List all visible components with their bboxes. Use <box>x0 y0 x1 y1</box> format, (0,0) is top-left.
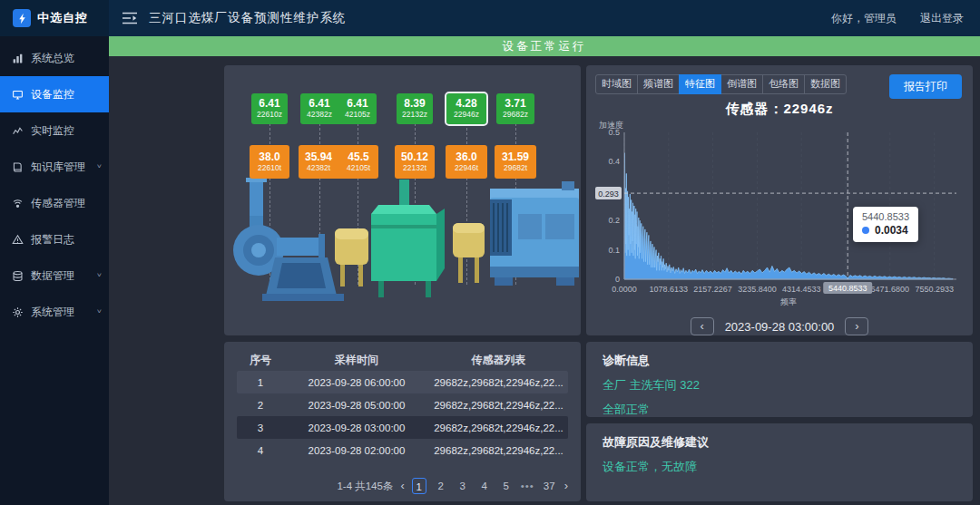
cell-sensor-list: 29682z,29682t,22946z,22... <box>429 377 568 388</box>
svg-text:3235.8400: 3235.8400 <box>738 285 777 294</box>
badge-value: 6.41 <box>259 98 279 111</box>
table-row[interactable]: 42023-09-28 02:00:0029682z,29682t,22946z… <box>237 439 568 461</box>
sensor-badge-22132z[interactable]: 8.3922132z <box>397 93 433 124</box>
page-button-3[interactable]: 3 <box>456 478 470 494</box>
motor <box>490 181 579 286</box>
tooltip-value: 0.0034 <box>875 224 908 237</box>
chart-header: 时域图频谱图特征图倒谱图包络图数据图 报告打印 <box>586 65 973 99</box>
sensor-badge-22946z[interactable]: 4.2822946z <box>446 93 486 124</box>
table-row[interactable]: 22023-09-28 05:00:0029682z,29682t,22946z… <box>237 393 568 416</box>
svg-text:0.1: 0.1 <box>608 246 620 255</box>
sensor-badge-42105z[interactable]: 6.4142105z <box>338 93 377 124</box>
sidebar-item-data-management[interactable]: 数据管理˅ <box>0 257 109 294</box>
table-row[interactable]: 12023-09-28 06:00:0029682z,29682t,22946z… <box>237 371 568 393</box>
sidebar-item-system-management[interactable]: 系统管理˅ <box>0 294 109 330</box>
sidebar-item-system-overview[interactable]: 系统总览 <box>0 40 109 76</box>
sensor-badge-29682t[interactable]: 31.5929682t <box>495 145 536 179</box>
page-title: 三河口选煤厂设备预测性维护系统 <box>149 10 347 26</box>
svg-text:7550.2933: 7550.2933 <box>915 285 954 294</box>
svg-text:5440.8533: 5440.8533 <box>828 284 867 293</box>
page-button-4[interactable]: 4 <box>477 478 492 494</box>
tab-数据图[interactable]: 数据图 <box>804 74 847 94</box>
cell-sensor-list: 29682z,29682t,22946z,22... <box>429 400 568 411</box>
pump <box>233 178 344 301</box>
cell-no: 3 <box>237 422 284 433</box>
alarm-icon <box>12 234 24 246</box>
badge-value: 45.5 <box>348 151 368 164</box>
badge-sensor-id: 22610t <box>258 164 281 173</box>
badge-value: 3.71 <box>505 98 525 111</box>
sensor-badge-group: 8.3922132z <box>397 93 433 124</box>
realtime-icon <box>12 125 24 137</box>
cell-sample-time: 2023-09-28 06:00:00 <box>284 377 429 388</box>
gearbox <box>371 180 445 297</box>
chevron-down-icon: ˅ <box>97 163 102 170</box>
sidebar-item-label: 系统总览 <box>31 51 74 66</box>
sensor-badge-42105t[interactable]: 45.542105t <box>338 145 378 179</box>
chevron-right-icon[interactable]: › <box>845 317 868 335</box>
topbar-right: 你好，管理员 退出登录 <box>831 11 980 26</box>
chart-body: 00.10.20.30.40.50.00001078.61332157.2267… <box>593 120 969 314</box>
user-greeting: 你好，管理员 <box>831 11 897 26</box>
tooltip-frequency: 5440.8533 <box>862 211 909 222</box>
chart-tooltip: 5440.8533 0.0034 <box>853 207 918 242</box>
sidebar-item-label: 传感器管理 <box>31 196 85 211</box>
tab-倒谱图[interactable]: 倒谱图 <box>720 74 763 94</box>
svg-text:2157.2267: 2157.2267 <box>693 285 732 294</box>
sensor-badge-group: 4.2822946z <box>446 93 486 124</box>
sidebar-menu: 系统总览设备监控实时监控知识库管理˅传感器管理报警日志数据管理˅系统管理˅ <box>0 40 109 330</box>
tab-时域图[interactable]: 时域图 <box>595 74 638 94</box>
badge-sensor-id: 22610z <box>257 111 282 120</box>
logout-button[interactable]: 退出登录 <box>920 11 964 26</box>
sidebar-item-label: 设备监控 <box>31 87 74 102</box>
page-button-5[interactable]: 5 <box>499 478 514 494</box>
table-body: 12023-09-28 06:00:0029682z,29682t,22946z… <box>237 371 568 461</box>
badge-value: 6.41 <box>347 98 368 111</box>
fault-panel: 故障原因及维修建议 设备正常，无故障 <box>586 423 973 501</box>
tab-包络图[interactable]: 包络图 <box>762 74 805 94</box>
sensor-badge-22132t[interactable]: 50.1222132t <box>395 145 435 179</box>
cell-sensor-list: 29682z,29682t,22946z,22... <box>429 422 568 433</box>
sidebar-item-realtime-monitor[interactable]: 实时监控 <box>0 112 109 149</box>
print-report-button[interactable]: 报告打印 <box>889 74 962 99</box>
sensor-badge-42382t[interactable]: 35.9442382t <box>299 145 338 179</box>
svg-text:0.0000: 0.0000 <box>612 285 637 294</box>
page-button-2[interactable]: 2 <box>434 478 448 494</box>
svg-text:0: 0 <box>615 275 620 284</box>
status-banner: 设备正常运行 <box>109 36 980 56</box>
sensor-badge-group: 38.022610t <box>250 145 289 179</box>
sidebar-item-knowledge-base[interactable]: 知识库管理˅ <box>0 149 109 185</box>
sensor-badge-42382z[interactable]: 6.4142382z <box>300 93 338 124</box>
badge-value: 38.0 <box>259 151 279 164</box>
prev-page-icon[interactable]: ‹ <box>400 479 404 493</box>
sensor-badge-22946t[interactable]: 36.022946t <box>446 145 487 179</box>
badge-value: 31.59 <box>502 151 529 164</box>
page-button-1[interactable]: 1 <box>412 478 426 494</box>
sidebar-item-alarm-log[interactable]: 报警日志 <box>0 221 109 257</box>
tab-特征图[interactable]: 特征图 <box>679 74 721 94</box>
badge-value: 8.39 <box>404 98 425 111</box>
badge-value: 36.0 <box>456 151 476 164</box>
badge-value: 4.28 <box>456 98 476 111</box>
sensor-badge-29682z[interactable]: 3.7129682z <box>496 93 534 124</box>
sensor-badge-group: 35.9442382t45.542105t <box>299 145 378 179</box>
sensor-badge-22610z[interactable]: 6.4122610z <box>251 93 288 124</box>
logo-text: 中选自控 <box>37 10 88 26</box>
app-root: 中选自控 三河口选煤厂设备预测性维护系统 你好，管理员 退出登录 系统总览设备监… <box>0 0 980 505</box>
knowledge-icon <box>12 161 24 173</box>
topbar: 中选自控 三河口选煤厂设备预测性维护系统 你好，管理员 退出登录 <box>0 0 980 36</box>
sensor-badge-22610t[interactable]: 38.022610t <box>250 145 289 179</box>
chevron-left-icon[interactable]: ‹ <box>691 317 714 335</box>
sensor-icon <box>12 198 24 209</box>
table-row[interactable]: 32023-09-28 03:00:0029682z,29682t,22946z… <box>237 416 568 439</box>
sidebar-item-sensor-management[interactable]: 传感器管理 <box>0 185 109 221</box>
next-page-icon[interactable]: › <box>564 479 568 493</box>
tab-频谱图[interactable]: 频谱图 <box>637 74 680 94</box>
sidebar-fold-icon[interactable] <box>122 12 138 24</box>
fault-lines: 设备正常，无故障 <box>603 459 956 475</box>
page-button-37[interactable]: 37 <box>542 478 557 494</box>
sidebar-item-device-monitor[interactable]: 设备监控 <box>0 76 109 112</box>
sensor-badge-group: 6.4122610z <box>251 93 288 124</box>
table-header: 序号采样时间传感器列表 <box>237 349 568 371</box>
sensor-badge-group: 36.022946t <box>446 145 487 179</box>
